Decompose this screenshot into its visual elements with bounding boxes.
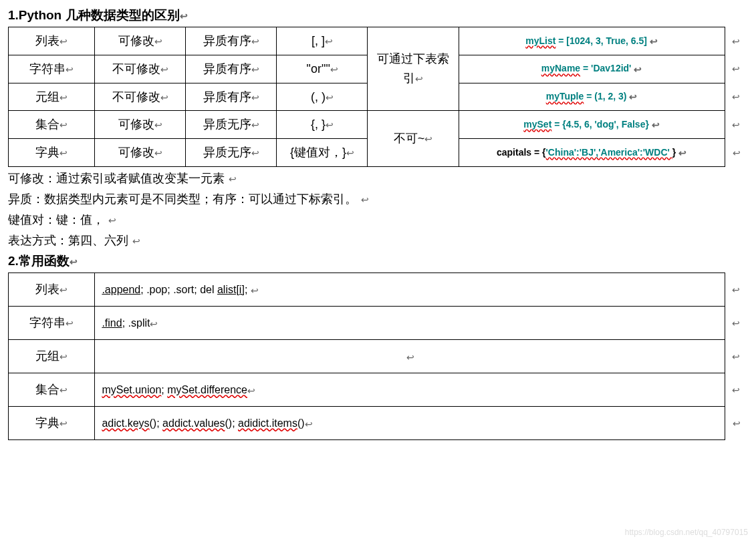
functions-cell: .append; .pop; .sort; del alist[i]; ↩: [95, 273, 725, 306]
example-cell: myTuple = (1, 2, 3)↩: [459, 83, 725, 111]
note-line: 表达方式：第四、六列↩: [8, 232, 748, 250]
margin-cell: ↩: [725, 273, 747, 306]
order-cell: 异质无序↩: [186, 139, 277, 167]
mutable-cell: 可修改↩: [95, 27, 186, 55]
syntax-cell: {键值对，}↩: [277, 139, 368, 167]
indexable-cell: 可通过下表索引↩: [368, 27, 459, 111]
table-row: 集合↩ 可修改↩ 异质无序↩ {, }↩ 不可~↩ mySet = {4.5, …: [9, 111, 748, 139]
functions-cell: adict.keys(); addict.values(); adidict.i…: [95, 406, 725, 439]
order-cell: 异质有序↩: [186, 83, 277, 111]
heading-1: 1.Python 几种数据类型的区别↩: [8, 7, 748, 24]
syntax-cell: {, }↩: [277, 111, 368, 139]
functions-cell: mySet.union; mySet.difference↩: [95, 373, 725, 406]
type-name: 字典↩: [9, 139, 95, 167]
note-line: 键值对：键：值，↩: [8, 211, 748, 229]
margin-cell: ↩: [725, 139, 747, 167]
margin-cell: ↩: [725, 55, 747, 83]
functions-cell: ↩: [95, 339, 725, 373]
type-name: 元组↩: [9, 339, 95, 373]
data-types-table: 列表↩ 可修改↩ 异质有序↩ [, ]↩ 可通过下表索引↩ myList = […: [8, 27, 748, 167]
syntax-cell: [, ]↩: [277, 27, 368, 55]
syntax-cell: ''or""↩: [277, 55, 368, 83]
note-line: 可修改：通过索引或者赋值改变某一元素↩: [8, 170, 748, 188]
example-cell: myName = 'Dav12id'↩: [459, 55, 725, 83]
mutable-cell: 可修改↩: [95, 139, 186, 167]
margin-cell: ↩: [725, 83, 747, 111]
table-row: 元组↩ ↩ ↩: [9, 339, 748, 373]
order-cell: 异质无序↩: [186, 111, 277, 139]
table-row: 集合↩ mySet.union; mySet.difference↩ ↩: [9, 373, 748, 406]
margin-cell: ↩: [725, 373, 747, 406]
table-row: 字典↩ adict.keys(); addict.values(); adidi…: [9, 406, 748, 439]
syntax-cell: (, )↩: [277, 83, 368, 111]
return-mark: ↩: [180, 11, 188, 21]
type-name: 列表↩: [9, 27, 95, 55]
type-name: 字符串↩: [9, 306, 95, 339]
type-name: 列表↩: [9, 273, 95, 306]
mutable-cell: 可修改↩: [95, 111, 186, 139]
margin-cell: ↩: [725, 306, 747, 339]
heading-1-text: 1.Python 几种数据类型的区别: [8, 8, 180, 22]
order-cell: 异质有序↩: [186, 55, 277, 83]
functions-cell: .find; .split↩: [95, 306, 725, 339]
example-cell: capitals = {'China':'BJ','America':'WDC'…: [459, 139, 725, 167]
example-cell: mySet = {4.5, 6, 'dog', False}↩: [459, 111, 725, 139]
type-name: 字符串↩: [9, 55, 95, 83]
order-cell: 异质有序↩: [186, 27, 277, 55]
indexable-cell: 不可~↩: [368, 111, 459, 167]
type-name: 集合↩: [9, 111, 95, 139]
mutable-cell: 不可修改↩: [95, 55, 186, 83]
margin-cell: ↩: [725, 111, 747, 139]
functions-table: 列表↩ .append; .pop; .sort; del alist[i]; …: [8, 273, 748, 440]
table-row: 列表↩ .append; .pop; .sort; del alist[i]; …: [9, 273, 748, 306]
heading-2: 2.常用函数↩: [8, 252, 748, 270]
margin-cell: ↩: [725, 406, 747, 439]
example-cell: myList = [1024, 3, True, 6.5]↩: [459, 27, 725, 55]
margin-cell: ↩: [725, 339, 747, 373]
note-line: 异质：数据类型内元素可是不同类型；有序：可以通过下标索引。↩: [8, 190, 748, 208]
type-name: 元组↩: [9, 83, 95, 111]
heading-2-text: 2.常用函数: [8, 254, 70, 268]
table-row: 字符串↩ .find; .split↩ ↩: [9, 306, 748, 339]
table-row: 列表↩ 可修改↩ 异质有序↩ [, ]↩ 可通过下表索引↩ myList = […: [9, 27, 748, 55]
mutable-cell: 不可修改↩: [95, 83, 186, 111]
type-name: 集合↩: [9, 373, 95, 406]
margin-cell: ↩: [725, 27, 747, 55]
type-name: 字典↩: [9, 406, 95, 439]
